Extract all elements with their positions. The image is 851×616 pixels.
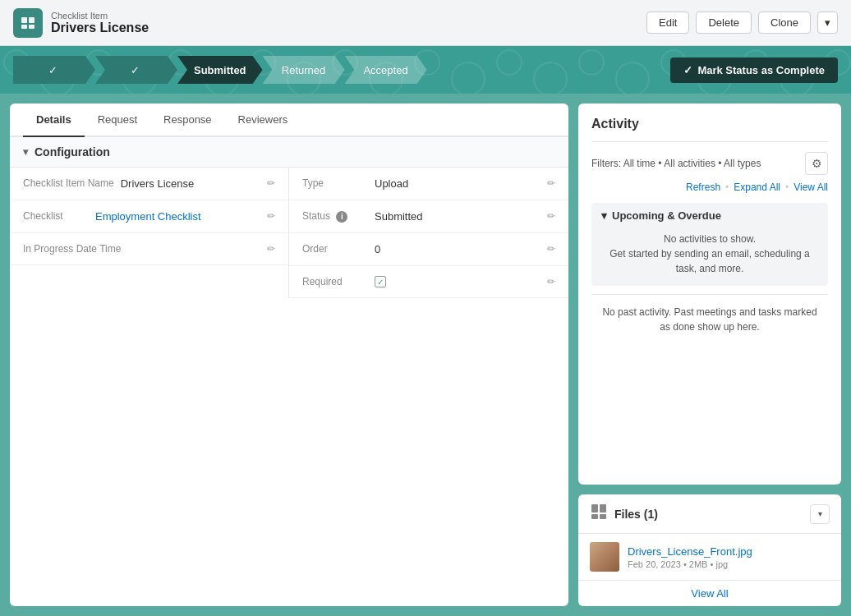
files-title-label: Files (1) [614,508,658,521]
left-panel: Details Request Response Reviewers ▾ Con… [10,103,568,606]
app-header: Checklist Item Drivers License Edit Dele… [0,0,851,46]
file-name[interactable]: Drivers_License_Front.jpg [628,545,830,558]
tab-request[interactable]: Request [85,103,150,137]
mark-complete-check: ✓ [683,64,692,76]
status-bar: ✓ ✓ Submitted Returned Accepted ✓ Mark S… [0,46,851,94]
step-returned-label: Returned [282,64,325,76]
svg-rect-6 [591,514,598,519]
upcoming-empty-line3: task, and more. [601,261,818,276]
svg-rect-2 [21,25,27,29]
step-returned[interactable]: Returned [263,56,345,84]
edit-checklist-icon[interactable]: ✏ [267,210,275,222]
expand-all-link[interactable]: Expand All [734,182,780,193]
title-block: Checklist Item Drivers License [51,11,149,35]
tab-reviewers[interactable]: Reviewers [225,103,301,137]
no-past-line2: as done show up here. [591,319,828,334]
file-item: Drivers_License_Front.jpg Feb 20, 2023 •… [578,534,841,580]
file-thumbnail [590,542,619,572]
edit-type-icon[interactable]: ✏ [547,177,555,189]
tab-response[interactable]: Response [150,103,225,137]
file-info: Drivers_License_Front.jpg Feb 20, 2023 •… [628,545,830,569]
clone-button[interactable]: Clone [758,11,811,34]
files-panel: Files (1) ▾ Drivers_License_Front.jpg Fe… [578,494,841,606]
status-label: Status i [302,210,368,223]
activity-links: Refresh • Expand All • View All [591,182,828,193]
file-size: 2MB [689,559,708,569]
svg-rect-4 [591,504,598,513]
title-large: Drivers License [51,21,149,35]
upcoming-empty-line2: Get started by sending an email, schedul… [601,246,818,261]
upcoming-chevron-icon: ▾ [601,209,607,222]
step-submitted[interactable]: Submitted [177,56,263,84]
step-2[interactable]: ✓ [95,56,177,84]
upcoming-empty-line1: No activities to show. [601,232,818,246]
status-steps: ✓ ✓ Submitted Returned Accepted [13,56,670,84]
view-all-activity-link[interactable]: View All [794,182,828,193]
files-dropdown-button[interactable]: ▾ [810,504,830,524]
file-date: Feb 20, 2023 [628,559,681,569]
type-label: Type [302,177,368,189]
left-fields: Checklist Item Name Drivers License ✏ Ch… [10,168,289,298]
more-actions-button[interactable]: ▾ [817,11,838,34]
check-icon-1: ✓ [48,64,58,76]
checklist-label: Checklist [23,210,89,222]
fields-grid: Checklist Item Name Drivers License ✏ Ch… [10,168,568,298]
required-value: ✓ [375,276,540,287]
check-icon-2: ✓ [131,64,140,76]
step-1[interactable]: ✓ [13,56,95,84]
svg-rect-3 [29,25,34,29]
app-icon [13,8,43,38]
edit-button[interactable]: Edit [646,11,689,34]
main-layout: Details Request Response Reviewers ▾ Con… [0,94,851,616]
in-progress-date-label: In Progress Date Time [23,243,121,255]
info-icon: i [336,211,347,223]
step-accepted[interactable]: Accepted [345,56,427,84]
tab-details[interactable]: Details [23,103,85,137]
mark-complete-button[interactable]: ✓ Mark Status as Complete [670,57,838,83]
header-left: Checklist Item Drivers License [13,8,149,38]
right-fields: Type Upload ✏ Status i Submitted ✏ Order… [289,168,568,298]
refresh-link[interactable]: Refresh [686,182,720,193]
field-status: Status i Submitted ✏ [289,200,568,233]
activity-title: Activity [591,117,828,142]
upcoming-empty: No activities to show. Get started by se… [601,228,818,279]
header-right: Edit Delete Clone ▾ [646,11,838,34]
step-submitted-label: Submitted [194,64,246,76]
mark-complete-label: Mark Status as Complete [697,64,825,76]
upcoming-section: ▾ Upcoming & Overdue No activities to sh… [591,203,828,286]
edit-checklist-item-name-icon[interactable]: ✏ [267,177,275,189]
tabs: Details Request Response Reviewers [10,103,568,137]
right-panel: Activity Filters: All time • All activit… [578,103,841,606]
delete-button[interactable]: Delete [696,11,752,34]
field-in-progress-date: In Progress Date Time ✏ [10,233,288,265]
chevron-down-icon: ▾ [23,146,28,158]
file-thumb-inner [590,542,619,572]
files-header: Files (1) ▾ [578,494,841,534]
edit-required-icon[interactable]: ✏ [547,276,555,287]
upcoming-title: Upcoming & Overdue [612,209,721,222]
configuration-header: ▾ Configuration [10,137,568,168]
field-checklist-item-name: Checklist Item Name Drivers License ✏ [10,168,288,200]
checklist-value[interactable]: Employment Checklist [95,210,260,223]
file-size-separator: • [683,559,689,569]
files-title: Files (1) [590,503,658,525]
edit-in-progress-date-icon[interactable]: ✏ [267,243,275,255]
svg-rect-1 [29,17,34,23]
order-value: 0 [375,243,540,255]
step-accepted-label: Accepted [363,64,407,76]
status-value: Submitted [375,210,540,223]
checklist-item-name-value: Drivers License [121,177,260,190]
filter-gear-button[interactable]: ⚙ [805,152,828,175]
edit-status-icon[interactable]: ✏ [547,210,555,222]
filters-label: Filters: All time • All activities • All… [591,158,761,169]
required-checkbox[interactable]: ✓ [375,276,386,287]
checklist-item-name-label: Checklist Item Name [23,177,114,189]
files-icon [590,503,608,525]
svg-rect-7 [600,514,606,519]
no-past-line1: No past activity. Past meetings and task… [591,305,828,319]
files-view-all-link[interactable]: View All [578,580,841,606]
edit-order-icon[interactable]: ✏ [547,243,555,255]
field-order: Order 0 ✏ [289,233,568,266]
order-label: Order [302,243,368,255]
svg-rect-0 [21,17,27,23]
